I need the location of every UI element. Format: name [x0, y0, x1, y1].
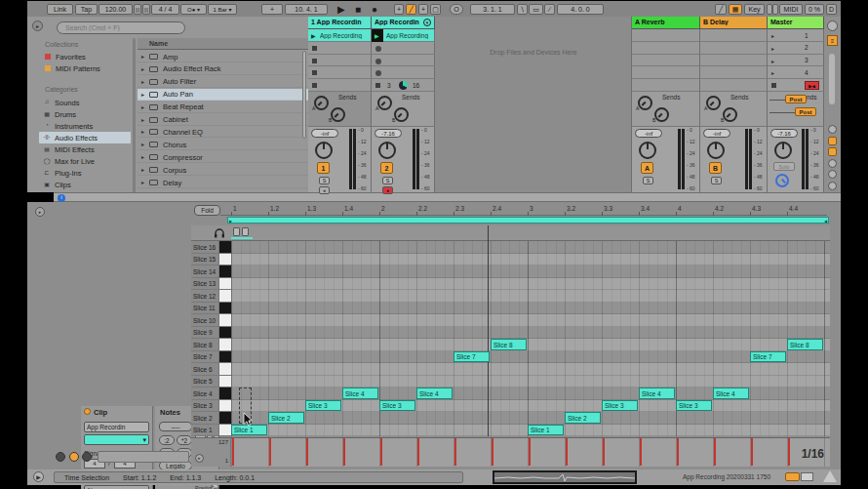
halve-time-button[interactable]: :2: [159, 435, 175, 445]
track-activator-button[interactable]: B: [709, 162, 722, 174]
search-input[interactable]: [57, 21, 185, 34]
scene-play-icon[interactable]: ▸: [771, 45, 774, 52]
notes-box-toggle[interactable]: [69, 452, 79, 462]
expand-triangle-icon[interactable]: ▸: [141, 128, 144, 135]
pan-knob[interactable]: [707, 142, 725, 159]
track-volume-field[interactable]: -7.16: [770, 129, 798, 138]
midi-note[interactable]: Slice 3: [305, 400, 341, 412]
device-row-chorus[interactable]: ▸Chorus: [138, 139, 308, 150]
track-volume-field[interactable]: -inf: [635, 129, 662, 138]
expand-triangle-icon[interactable]: ▸: [141, 91, 144, 98]
fold-button[interactable]: Fold: [194, 205, 220, 216]
sidebar-item-sounds[interactable]: ♫Sounds: [39, 97, 131, 108]
send-b-knob[interactable]: [331, 107, 345, 122]
send-b-knob[interactable]: [654, 107, 669, 122]
velocity-stem[interactable]: [417, 438, 419, 466]
scene-slot-2[interactable]: ▸2: [768, 42, 824, 55]
clip-slot[interactable]: [308, 42, 372, 55]
send-b-knob[interactable]: [394, 107, 409, 122]
send-a-knob[interactable]: [706, 96, 721, 110]
collection-midi-patterns[interactable]: MIDI Patterns: [41, 63, 127, 74]
tap-tempo-button[interactable]: Tap: [75, 4, 98, 15]
clip-slot[interactable]: ▶App Recording: [372, 29, 435, 42]
piano-key-white[interactable]: [219, 314, 231, 327]
capture-midi-button[interactable]: ▢: [430, 4, 441, 15]
midi-note[interactable]: Slice 4: [416, 387, 453, 399]
scene-slot-4[interactable]: ▸4: [768, 66, 824, 79]
pan-knob[interactable]: [315, 142, 333, 159]
midi-note[interactable]: Slice 2: [268, 412, 304, 424]
quantize-menu[interactable]: 1 Bar ▾: [208, 4, 237, 15]
browser-sidebar-scrollbar[interactable]: [133, 38, 136, 204]
clip-stop-button[interactable]: [312, 46, 317, 51]
envelopes-box-toggle[interactable]: [82, 452, 92, 462]
scene-slot-3[interactable]: ▸3: [768, 55, 824, 67]
piano-key-white[interactable]: [219, 254, 231, 266]
show-sends-toggle[interactable]: [828, 137, 837, 145]
clip-slot[interactable]: [372, 55, 435, 67]
expand-triangle-icon[interactable]: ▸: [141, 78, 144, 85]
show-crossfade-toggle[interactable]: [828, 182, 837, 190]
velocity-stem[interactable]: [714, 438, 716, 466]
show-delay-toggle[interactable]: [828, 170, 837, 179]
piano-key-white[interactable]: [219, 278, 231, 291]
post-toggle-0[interactable]: Post: [785, 95, 807, 103]
nudge-down-button[interactable]: |||: [134, 4, 141, 15]
sidebar-item-midi-effects[interactable]: ▤MIDI Effects: [39, 143, 131, 155]
browser-collapse-icon[interactable]: ▸: [32, 20, 43, 31]
solo-button[interactable]: S: [711, 177, 722, 184]
clip-launch-cell[interactable]: ▶: [372, 29, 383, 42]
track-volume-field[interactable]: -7.16: [375, 129, 402, 138]
midi-note[interactable]: Slice 3: [676, 400, 712, 412]
reenable-automation-button[interactable]: +: [418, 4, 428, 15]
solo-button[interactable]: S: [319, 177, 330, 184]
clip-record-button[interactable]: [375, 46, 381, 52]
track-activator-button[interactable]: 2: [380, 162, 393, 174]
loop-start-handle-icon[interactable]: ▶: [229, 219, 232, 224]
track-menu-icon[interactable]: ▾: [423, 19, 431, 26]
clip-stop-button[interactable]: [312, 83, 317, 88]
play-button[interactable]: ▶: [337, 4, 345, 15]
clipview-collapse-icon[interactable]: ▸: [35, 207, 45, 217]
warp-marker[interactable]: [233, 227, 240, 236]
punch-out-button[interactable]: ∕: [544, 4, 555, 15]
tempo-field[interactable]: 120.00: [99, 4, 133, 15]
sidebar-item-drums[interactable]: ▦Drums: [39, 108, 131, 120]
clip-slot[interactable]: [308, 66, 372, 79]
collection-favorites[interactable]: Favorites: [41, 52, 127, 62]
clip-play-icon[interactable]: ▶: [311, 32, 316, 39]
velocity-stem[interactable]: [751, 438, 753, 466]
clip-slot[interactable]: [700, 55, 768, 67]
scene-play-icon[interactable]: ▸: [771, 69, 774, 76]
clip-panel-indicator[interactable]: [84, 408, 91, 415]
expand-triangle-icon[interactable]: ▸: [141, 65, 144, 72]
clip-slot[interactable]: 316: [372, 79, 435, 92]
clip-color-dropdown[interactable]: ▾: [84, 434, 149, 445]
piano-key-black[interactable]: [219, 412, 231, 425]
solo-button[interactable]: S: [643, 177, 653, 184]
follow-button[interactable]: +: [261, 4, 283, 15]
master-track-header[interactable]: Master: [768, 17, 824, 29]
piano-key-white[interactable]: [219, 400, 231, 413]
clip-slot[interactable]: [700, 29, 768, 42]
velocity-stem[interactable]: [306, 438, 308, 466]
computer-midi-keyboard-button[interactable]: ▦: [729, 4, 742, 15]
velocity-stem[interactable]: [232, 438, 234, 466]
clip-slot[interactable]: [372, 42, 435, 55]
expand-triangle-icon[interactable]: ▸: [141, 179, 144, 185]
metronome-toggle[interactable]: O● ▾: [180, 4, 207, 15]
nudge-up-button[interactable]: |||: [142, 4, 150, 15]
piano-key-white[interactable]: [219, 290, 231, 303]
clip-slot[interactable]: [308, 55, 372, 67]
loop-end-handle-icon[interactable]: ◀: [824, 219, 827, 224]
sidebar-item-plug-ins[interactable]: ⊏Plug-Ins: [39, 167, 131, 179]
loop-length-field[interactable]: 4. 0. 0: [557, 4, 604, 15]
send-a-knob[interactable]: [638, 96, 652, 110]
track-header-1[interactable]: 1 App Recordin: [308, 17, 372, 29]
midi-note[interactable]: Slice 2: [565, 412, 601, 424]
expand-triangle-icon[interactable]: ▸: [141, 103, 144, 110]
scene-play-icon[interactable]: ▸: [771, 32, 774, 39]
velocity-stem[interactable]: [269, 438, 271, 466]
track-header-2[interactable]: App Recordin▾: [372, 17, 435, 29]
device-row-cabinet[interactable]: ▸Cabinet: [138, 114, 308, 126]
